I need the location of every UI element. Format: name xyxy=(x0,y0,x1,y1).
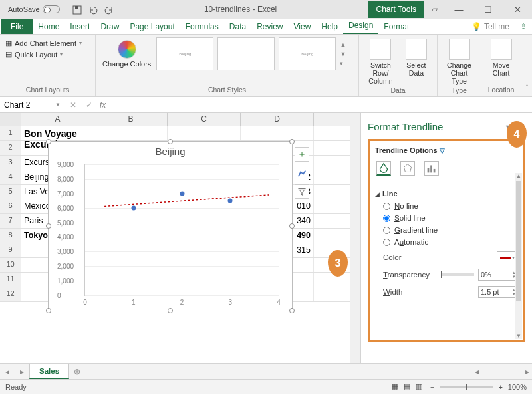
change-chart-type[interactable]: Change Chart Type xyxy=(443,37,475,86)
options-tab-icon[interactable] xyxy=(424,161,439,176)
section-line[interactable]: ◢Line xyxy=(375,187,518,200)
row-header[interactable]: 9 xyxy=(0,243,21,257)
zoom-slider[interactable] xyxy=(440,386,493,388)
row-header[interactable]: 7 xyxy=(0,214,21,228)
tab-help[interactable]: Help xyxy=(316,19,343,34)
vertical-scrollbar[interactable] xyxy=(350,113,360,363)
resize-handle-icon[interactable] xyxy=(289,308,295,313)
close-button[interactable]: ✕ xyxy=(503,1,532,18)
chart-styles-gallery[interactable]: Beijing Beijing ▲▼▾ xyxy=(156,37,346,70)
effects-tab-icon[interactable] xyxy=(400,161,415,176)
move-chart[interactable]: Move Chart xyxy=(487,37,515,78)
cancel-formula-icon[interactable]: ✕ xyxy=(65,100,81,110)
row-header[interactable]: 1 xyxy=(0,126,21,140)
cell[interactable] xyxy=(241,126,314,140)
tab-data[interactable]: Data xyxy=(224,19,251,34)
column-header[interactable]: C xyxy=(168,113,241,126)
restore-button[interactable]: ☐ xyxy=(473,1,503,18)
page-break-view-icon[interactable]: ▥ xyxy=(416,382,422,391)
tab-home[interactable]: Home xyxy=(33,19,65,34)
page-layout-view-icon[interactable]: ▤ xyxy=(404,382,410,391)
resize-handle-icon[interactable] xyxy=(168,139,173,144)
tab-page-layout[interactable]: Page Layout xyxy=(124,19,180,34)
undo-icon[interactable] xyxy=(88,5,97,14)
collapse-ribbon-icon[interactable]: ˄ xyxy=(521,35,532,96)
zoom-out-button[interactable]: − xyxy=(430,383,434,391)
tab-insert[interactable]: Insert xyxy=(65,19,95,34)
quick-layout[interactable]: ▤Quick Layout▾ xyxy=(5,49,90,60)
tab-design[interactable]: Design xyxy=(343,18,378,34)
width-input[interactable]: 1.5 pt▴▾ xyxy=(478,286,518,298)
pane-scrollbar[interactable]: ▲ ▼ xyxy=(515,173,522,339)
row-header[interactable]: 8 xyxy=(0,229,21,243)
minimize-button[interactable]: — xyxy=(444,1,473,18)
horizontal-scrollbar[interactable]: ◂▸ xyxy=(85,367,532,376)
data-point[interactable] xyxy=(131,205,136,210)
cell[interactable] xyxy=(94,126,168,140)
tab-format[interactable]: Format xyxy=(378,19,414,34)
chart-title[interactable]: Beijing xyxy=(49,142,292,161)
resize-handle-icon[interactable] xyxy=(46,139,51,144)
row-header[interactable]: 3 xyxy=(0,156,21,170)
fx-icon[interactable]: fx xyxy=(97,100,108,110)
select-data[interactable]: Select Data xyxy=(401,37,432,86)
normal-view-icon[interactable]: ▦ xyxy=(392,382,398,391)
embedded-chart[interactable]: Beijing 01,0002,0003,0004,0005,0006,0007… xyxy=(48,141,293,311)
resize-handle-icon[interactable] xyxy=(46,223,51,229)
row-header[interactable]: 2 xyxy=(0,141,21,155)
resize-handle-icon[interactable] xyxy=(289,139,295,144)
tab-draw[interactable]: Draw xyxy=(95,19,124,34)
tab-file[interactable]: File xyxy=(1,19,33,34)
tell-me[interactable]: 💡Tell me xyxy=(466,19,515,34)
transparency-input[interactable]: 0%▴▾ xyxy=(478,269,518,281)
row-header[interactable]: 4 xyxy=(0,170,21,184)
pane-subhead[interactable]: Trendline Options ▽ xyxy=(375,145,518,160)
style-thumb[interactable] xyxy=(217,37,275,70)
zoom-level[interactable]: 100% xyxy=(508,383,527,391)
zoom-in-button[interactable]: + xyxy=(498,383,502,391)
tab-view[interactable]: View xyxy=(289,19,317,34)
chart-styles-button[interactable] xyxy=(295,166,309,180)
switch-row-column[interactable]: Switch Row/ Column xyxy=(364,37,397,86)
redo-icon[interactable] xyxy=(104,5,113,14)
resize-handle-icon[interactable] xyxy=(46,308,51,313)
opt-solid-line[interactable]: Solid line xyxy=(375,212,518,224)
gallery-up-icon[interactable]: ▲ xyxy=(340,41,346,48)
row-header[interactable]: 6 xyxy=(0,200,21,213)
chart-filter-button[interactable] xyxy=(295,184,309,199)
transparency-slider[interactable] xyxy=(441,273,474,276)
chart-elements-button[interactable]: ＋ xyxy=(295,147,309,162)
row-header[interactable]: 10 xyxy=(0,258,21,272)
name-box[interactable]: Chart 2▼ xyxy=(0,99,65,111)
resize-handle-icon[interactable] xyxy=(289,223,295,229)
change-colors[interactable]: Change Colors xyxy=(101,39,152,69)
data-point[interactable] xyxy=(228,198,233,203)
data-point[interactable] xyxy=(180,191,184,196)
add-chart-element[interactable]: ▦Add Chart Element▾ xyxy=(5,37,90,49)
row-header[interactable]: 5 xyxy=(0,185,21,199)
row-header[interactable]: 11 xyxy=(0,273,21,287)
autosave-toggle[interactable]: AutoSave xyxy=(5,5,63,14)
cell[interactable] xyxy=(168,126,241,140)
tab-review[interactable]: Review xyxy=(251,19,288,34)
column-header[interactable]: D xyxy=(241,113,314,126)
sheet-nav-next[interactable]: ▸ xyxy=(15,367,29,376)
save-icon[interactable] xyxy=(72,5,81,14)
gallery-down-icon[interactable]: ▼ xyxy=(340,51,346,57)
ribbon-options-icon[interactable]: ▱ xyxy=(424,5,444,14)
worksheet-grid[interactable]: A B C D 1Bon Voyage Excursions23Excurs4B… xyxy=(0,113,350,363)
style-thumb[interactable]: Beijing xyxy=(156,37,213,70)
tab-formulas[interactable]: Formulas xyxy=(180,19,224,34)
share-button[interactable]: ⇪ xyxy=(515,19,532,34)
opt-no-line[interactable]: No line xyxy=(375,200,518,212)
resize-handle-icon[interactable] xyxy=(168,308,173,313)
column-header[interactable]: A xyxy=(21,113,94,126)
gallery-more-icon[interactable]: ▾ xyxy=(340,60,346,66)
enter-formula-icon[interactable]: ✓ xyxy=(81,100,97,110)
style-thumb[interactable]: Beijing xyxy=(279,37,336,70)
row-header[interactable]: 12 xyxy=(0,287,21,301)
chart-plot-area[interactable]: 01,0002,0003,0004,0005,0006,0007,0008,00… xyxy=(84,164,279,296)
opt-gradient-line[interactable]: Gradient line xyxy=(375,224,518,236)
sheet-nav-prev[interactable]: ◂ xyxy=(0,367,15,376)
opt-automatic[interactable]: Automatic xyxy=(375,236,518,248)
